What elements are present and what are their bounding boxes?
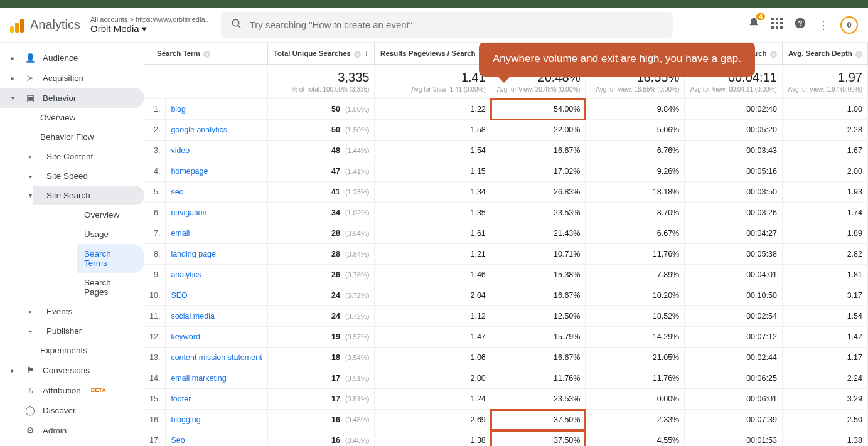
- search-term-link[interactable]: blogging: [166, 410, 268, 430]
- attribution-icon: ஃ: [25, 385, 35, 395]
- more-icon[interactable]: ⋮: [818, 18, 829, 32]
- cell-refinements: 18.18%: [586, 182, 685, 203]
- cell-searches: 16(0.48%): [268, 410, 375, 430]
- cell-pageviews: 1.34: [375, 182, 491, 203]
- cell-depth: 1.54: [782, 306, 867, 327]
- search-term-link[interactable]: homepage: [166, 161, 268, 182]
- cell-depth: 3.29: [782, 389, 867, 410]
- sidebar-item-conversions[interactable]: ▸⚑Conversions: [0, 360, 144, 380]
- sidebar-sub2-overview[interactable]: Overview: [77, 205, 144, 225]
- cell-exits: 54.00%: [491, 99, 586, 120]
- cell-time: 00:10:50: [685, 285, 783, 306]
- search-term-link[interactable]: email marketing: [166, 368, 268, 389]
- cell-pageviews: 2.00: [375, 368, 491, 389]
- search-term-link[interactable]: video: [166, 141, 268, 161]
- col-pageviews[interactable]: Results Pageviews / Search ?: [375, 43, 491, 65]
- cell-searches: 24(0.72%): [268, 306, 375, 327]
- cell-depth: 2.28: [782, 120, 867, 141]
- cell-depth: 1.67: [782, 141, 867, 161]
- row-index: 12.: [144, 327, 166, 348]
- search-term-link[interactable]: SEO: [166, 285, 268, 306]
- sidebar-item-attribution[interactable]: ஃAttributionBETA: [0, 380, 144, 400]
- search-bar[interactable]: [221, 12, 673, 38]
- sidebar-sub-site-content[interactable]: ▸Site Content: [33, 147, 144, 166]
- sidebar-sub2-search-terms[interactable]: Search Terms: [77, 244, 144, 273]
- cell-exits: 23.53%: [491, 203, 586, 223]
- logo[interactable]: Analytics: [10, 18, 80, 33]
- cell-searches: 50(1.50%): [268, 120, 375, 141]
- sidebar-sub-events[interactable]: ▸Events: [33, 302, 144, 321]
- svg-rect-10: [780, 26, 783, 29]
- cell-exits: 15.79%: [491, 327, 586, 348]
- user-icon: 👤: [25, 53, 35, 63]
- sidebar: ▸👤Audience ▸≻Acquisition ▾▣Behavior Over…: [0, 43, 144, 446]
- sidebar-sub-site-speed[interactable]: ▸Site Speed: [33, 166, 144, 186]
- sidebar-sub-overview[interactable]: Overview: [33, 108, 144, 127]
- cell-searches: 28(0.84%): [268, 223, 375, 244]
- search-term-link[interactable]: email: [166, 223, 268, 244]
- search-term-link[interactable]: content mission statement: [166, 348, 268, 368]
- svg-rect-4: [780, 18, 783, 20]
- table-row: 13. content mission statement 18(0.54%) …: [144, 348, 868, 368]
- sidebar-item-acquisition[interactable]: ▸≻Acquisition: [0, 68, 144, 88]
- search-term-link[interactable]: keyword: [166, 327, 268, 348]
- gear-icon: ⚙: [25, 425, 35, 435]
- col-total-searches[interactable]: Total Unique Searches ? ↓: [268, 43, 375, 65]
- col-search-term[interactable]: Search Term ?: [144, 43, 268, 65]
- sidebar-item-behavior[interactable]: ▾▣Behavior: [0, 88, 144, 108]
- cell-refinements: 6.67%: [586, 223, 685, 244]
- cell-exits: 12.50%: [491, 306, 586, 327]
- sidebar-sub2-search-pages[interactable]: Search Pages: [77, 273, 144, 302]
- table-row: 5. seo 41(1.23%) 1.34 26.83% 18.18% 00:0…: [144, 182, 868, 203]
- sidebar-sub-publisher[interactable]: ▸Publisher: [33, 321, 144, 341]
- cell-refinements: 5.06%: [586, 120, 685, 141]
- cell-exits: 23.53%: [491, 389, 586, 410]
- table-row: 1. blog 50(1.50%) 1.22 54.00% 9.84% 00:0…: [144, 99, 868, 120]
- search-term-link[interactable]: footer: [166, 389, 268, 410]
- search-term-link[interactable]: Seo: [166, 430, 268, 447]
- notifications-icon[interactable]: 4: [747, 17, 760, 33]
- help-icon[interactable]: ?: [794, 17, 806, 33]
- sidebar-sub-experiments[interactable]: Experiments: [33, 341, 144, 360]
- discover-icon: ◯: [25, 405, 35, 415]
- sidebar-sub-site-search[interactable]: ▾Site Search: [33, 186, 144, 205]
- search-term-link[interactable]: navigation: [166, 203, 268, 223]
- cell-time: 00:05:38: [685, 244, 783, 265]
- cell-pageviews: 1.21: [375, 244, 491, 265]
- search-term-link[interactable]: analytics: [166, 265, 268, 285]
- cell-exits: 11.76%: [491, 368, 586, 389]
- sidebar-sub2-usage[interactable]: Usage: [77, 225, 144, 244]
- search-term-link[interactable]: social media: [166, 306, 268, 327]
- svg-rect-8: [771, 26, 774, 29]
- row-index: 16.: [144, 410, 166, 430]
- cell-refinements: 18.52%: [586, 306, 685, 327]
- row-index: 6.: [144, 203, 166, 223]
- notification-badge: 4: [756, 13, 765, 20]
- cell-time: 00:07:39: [685, 410, 783, 430]
- cell-refinements: 4.55%: [586, 430, 685, 447]
- svg-rect-9: [776, 26, 778, 29]
- collapse-sidebar[interactable]: ‹: [0, 440, 144, 446]
- search-term-link[interactable]: seo: [166, 182, 268, 203]
- search-term-link[interactable]: blog: [166, 99, 268, 120]
- sidebar-item-audience[interactable]: ▸👤Audience: [0, 48, 144, 68]
- cell-time: 00:06:01: [685, 389, 783, 410]
- search-term-link[interactable]: landing page: [166, 244, 268, 265]
- sidebar-item-admin[interactable]: ⚙Admin: [0, 420, 144, 440]
- cell-time: 00:03:43: [685, 141, 783, 161]
- col-depth[interactable]: Avg. Search Depth ?: [782, 43, 867, 65]
- avatar[interactable]: 0: [840, 16, 858, 34]
- cell-exits: 22.00%: [491, 120, 586, 141]
- apps-icon[interactable]: [771, 18, 783, 32]
- cell-refinements: 10.20%: [586, 285, 685, 306]
- search-term-link[interactable]: google analytics: [166, 120, 268, 141]
- logo-text: Analytics: [30, 18, 80, 32]
- cell-depth: 1.47: [782, 327, 867, 348]
- search-input[interactable]: [250, 19, 663, 30]
- table-row: 4. homepage 47(1.41%) 1.15 17.02% 9.26% …: [144, 161, 868, 182]
- account-selector[interactable]: All accounts > https://www.orbitmedia...…: [90, 16, 211, 35]
- sidebar-sub-behavior-flow[interactable]: Behavior Flow: [33, 127, 144, 147]
- svg-rect-6: [776, 22, 778, 24]
- sidebar-item-discover[interactable]: ◯Discover: [0, 400, 144, 420]
- row-index: 8.: [144, 244, 166, 265]
